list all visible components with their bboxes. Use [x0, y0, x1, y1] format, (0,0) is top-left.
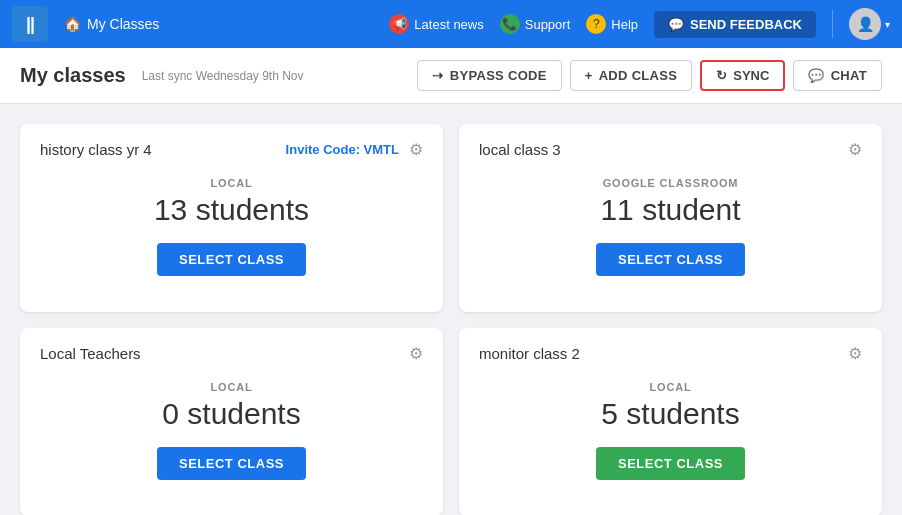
class-card-monitor-class-2: monitor class 2 ⚙ LOCAL 5 students SELEC…	[459, 328, 882, 515]
class-card-history-class: history class yr 4 Invite Code: VMTL ⚙ L…	[20, 124, 443, 312]
card-type-label: LOCAL	[479, 381, 862, 393]
nav-right-actions: 📢 Latest news 📞 Support ? Help 💬 SEND FE…	[389, 8, 890, 40]
gear-icon[interactable]: ⚙	[409, 140, 423, 159]
sync-label: SYNC	[733, 68, 769, 83]
card-type-label: LOCAL	[40, 177, 423, 189]
sync-timestamp: Last sync Wednesday 9th Nov	[142, 69, 304, 83]
feedback-label: SEND FEEDBACK	[690, 17, 802, 32]
bypass-label: BYPASS CODE	[450, 68, 547, 83]
chat-label: CHAT	[831, 68, 867, 83]
card-student-count: 13 students	[40, 193, 423, 227]
gear-icon[interactable]: ⚙	[409, 344, 423, 363]
card-header-right: ⚙	[848, 140, 862, 159]
card-type-label: LOCAL	[40, 381, 423, 393]
nav-divider	[832, 10, 833, 38]
card-body: LOCAL 5 students SELECT CLASS	[479, 371, 862, 496]
support-label: Support	[525, 17, 571, 32]
card-student-count: 0 students	[40, 397, 423, 431]
support-icon: 📞	[500, 14, 520, 34]
header-actions: ⇢ BYPASS CODE + ADD CLASS ↻ SYNC 💬 CHAT	[417, 60, 882, 91]
bypass-code-button[interactable]: ⇢ BYPASS CODE	[417, 60, 561, 91]
card-student-count: 11 student	[479, 193, 862, 227]
avatar-caret: ▾	[885, 19, 890, 30]
gear-icon[interactable]: ⚙	[848, 140, 862, 159]
card-title: history class yr 4	[40, 141, 152, 158]
card-header: monitor class 2 ⚙	[479, 344, 862, 363]
select-class-button[interactable]: SELECT CLASS	[596, 447, 745, 480]
select-class-button[interactable]: SELECT CLASS	[596, 243, 745, 276]
send-feedback-button[interactable]: 💬 SEND FEEDBACK	[654, 11, 816, 38]
add-icon: +	[585, 68, 593, 83]
help-icon: ?	[586, 14, 606, 34]
chat-icon: 💬	[808, 68, 824, 83]
card-title: monitor class 2	[479, 345, 580, 362]
avatar: 👤	[849, 8, 881, 40]
card-header: history class yr 4 Invite Code: VMTL ⚙	[40, 140, 423, 159]
app-logo[interactable]: ||	[12, 6, 48, 42]
home-icon: 🏠	[64, 16, 81, 32]
add-class-label: ADD CLASS	[599, 68, 678, 83]
gear-icon[interactable]: ⚙	[848, 344, 862, 363]
card-header: local class 3 ⚙	[479, 140, 862, 159]
top-nav: || 🏠 My Classes 📢 Latest news 📞 Support …	[0, 0, 902, 48]
classes-grid: history class yr 4 Invite Code: VMTL ⚙ L…	[0, 104, 902, 515]
card-header-right: ⚙	[848, 344, 862, 363]
home-label: My Classes	[87, 16, 159, 32]
card-body: LOCAL 13 students SELECT CLASS	[40, 167, 423, 292]
card-body: GOOGLE CLASSROOM 11 student SELECT CLASS	[479, 167, 862, 292]
latest-news-link[interactable]: 📢 Latest news	[389, 14, 483, 34]
sync-icon: ↻	[716, 68, 727, 83]
card-title: local class 3	[479, 141, 561, 158]
help-link[interactable]: ? Help	[586, 14, 638, 34]
card-header-right: Invite Code: VMTL ⚙	[286, 140, 423, 159]
card-title: Local Teachers	[40, 345, 141, 362]
home-link[interactable]: 🏠 My Classes	[64, 16, 159, 32]
logo-icon: ||	[26, 14, 34, 35]
select-class-button[interactable]: SELECT CLASS	[157, 243, 306, 276]
news-icon: 📢	[389, 14, 409, 34]
sub-header: My classes Last sync Wednesday 9th Nov ⇢…	[0, 48, 902, 104]
card-student-count: 5 students	[479, 397, 862, 431]
feedback-icon: 💬	[668, 17, 684, 32]
card-body: LOCAL 0 students SELECT CLASS	[40, 371, 423, 496]
support-link[interactable]: 📞 Support	[500, 14, 571, 34]
latest-news-label: Latest news	[414, 17, 483, 32]
user-avatar-wrapper[interactable]: 👤 ▾	[849, 8, 890, 40]
class-card-local-teachers: Local Teachers ⚙ LOCAL 0 students SELECT…	[20, 328, 443, 515]
help-label: Help	[611, 17, 638, 32]
page-title: My classes	[20, 64, 126, 87]
card-header: Local Teachers ⚙	[40, 344, 423, 363]
select-class-button[interactable]: SELECT CLASS	[157, 447, 306, 480]
bypass-icon: ⇢	[432, 68, 443, 83]
add-class-button[interactable]: + ADD CLASS	[570, 60, 692, 91]
chat-button[interactable]: 💬 CHAT	[793, 60, 882, 91]
sync-button[interactable]: ↻ SYNC	[700, 60, 785, 91]
card-type-label: GOOGLE CLASSROOM	[479, 177, 862, 189]
card-header-right: ⚙	[409, 344, 423, 363]
class-card-local-class-3: local class 3 ⚙ GOOGLE CLASSROOM 11 stud…	[459, 124, 882, 312]
invite-code: Invite Code: VMTL	[286, 142, 399, 157]
